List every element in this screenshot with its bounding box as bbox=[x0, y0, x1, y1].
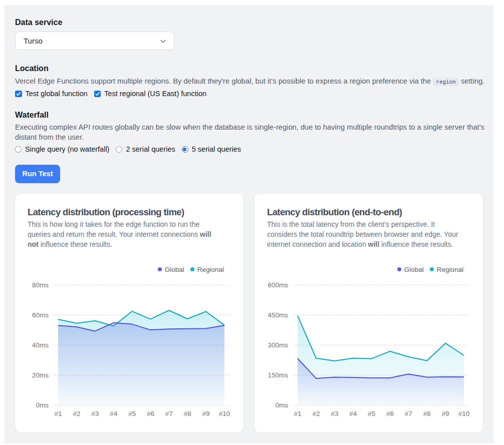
svg-text:#3: #3 bbox=[91, 410, 99, 417]
svg-text:#1: #1 bbox=[54, 410, 62, 417]
svg-text:450ms: 450ms bbox=[268, 311, 288, 319]
svg-text:#2: #2 bbox=[73, 410, 80, 417]
svg-text:#5: #5 bbox=[368, 410, 375, 417]
svg-text:60ms: 60ms bbox=[32, 311, 49, 319]
svg-text:300ms: 300ms bbox=[268, 341, 288, 349]
svg-text:#2: #2 bbox=[312, 410, 320, 417]
svg-text:#3: #3 bbox=[331, 410, 338, 417]
svg-text:#8: #8 bbox=[423, 410, 431, 417]
svg-text:#6: #6 bbox=[386, 410, 394, 417]
svg-text:#1: #1 bbox=[294, 410, 301, 417]
svg-text:600ms: 600ms bbox=[268, 281, 288, 289]
svg-text:150ms: 150ms bbox=[268, 371, 288, 379]
svg-text:40ms: 40ms bbox=[32, 341, 49, 349]
svg-text:#9: #9 bbox=[202, 410, 210, 417]
svg-text:0ms: 0ms bbox=[275, 401, 288, 409]
svg-text:#7: #7 bbox=[165, 410, 173, 417]
svg-text:#5: #5 bbox=[128, 410, 136, 417]
svg-text:#8: #8 bbox=[184, 410, 191, 417]
svg-text:#6: #6 bbox=[147, 410, 154, 417]
svg-text:#7: #7 bbox=[405, 410, 412, 417]
svg-text:#10: #10 bbox=[219, 410, 230, 417]
svg-text:0ms: 0ms bbox=[36, 401, 49, 409]
svg-text:#10: #10 bbox=[458, 410, 470, 417]
svg-text:#9: #9 bbox=[442, 410, 449, 417]
svg-text:80ms: 80ms bbox=[32, 281, 49, 289]
svg-text:#4: #4 bbox=[110, 410, 118, 417]
svg-text:20ms: 20ms bbox=[32, 371, 49, 379]
svg-text:#4: #4 bbox=[349, 410, 357, 417]
